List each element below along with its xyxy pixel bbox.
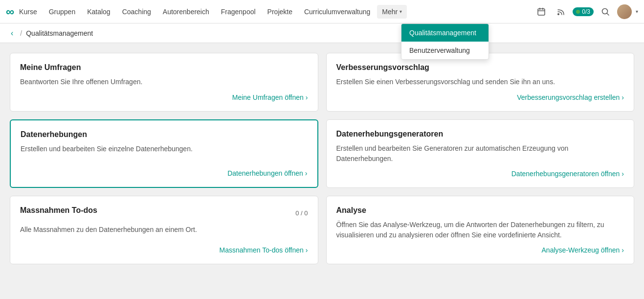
card-datenerhebungsgeneratoren: Datenerhebungsgeneratoren Erstellen und … bbox=[326, 119, 635, 188]
avatar-chevron-icon[interactable]: ▾ bbox=[636, 9, 638, 14]
chevron-right-icon: › bbox=[306, 246, 308, 254]
search-icon[interactable] bbox=[598, 4, 613, 20]
breadcrumb-current-page: Qualitätsmanagement bbox=[26, 29, 93, 37]
svg-point-4 bbox=[557, 13, 559, 15]
chevron-down-icon: ▾ bbox=[400, 9, 402, 14]
status-badge[interactable]: 0/3 bbox=[573, 7, 594, 16]
avatar[interactable] bbox=[617, 4, 632, 19]
chevron-right-icon: › bbox=[622, 246, 624, 254]
card-meine-umfragen: Meine Umfragen Beantworten Sie Ihre offe… bbox=[10, 53, 318, 112]
card-verbesserungsvorschlag: Verbesserungsvorschlag Erstellen Sie ein… bbox=[326, 53, 635, 112]
nav-item-projekte[interactable]: Projekte bbox=[263, 5, 297, 19]
nav-item-coaching[interactable]: Coaching bbox=[117, 5, 156, 19]
nav-item-katalog[interactable]: Katalog bbox=[82, 5, 115, 19]
avatar-image bbox=[617, 4, 632, 19]
status-badge-label: 0/3 bbox=[582, 8, 590, 15]
card-datenerhebungen-description: Erstellen und bearbeiten Sie einzelne Da… bbox=[21, 144, 308, 163]
chevron-right-icon: › bbox=[305, 169, 308, 177]
nav-menu: Kurse Gruppen Katalog Coaching Autorenbe… bbox=[14, 5, 533, 19]
card-massnahmen-todos-title: Massnahmen To-dos bbox=[20, 206, 97, 215]
nav-item-autorenbereich[interactable]: Autorenbereich bbox=[158, 5, 214, 19]
card-massnahmen-todos-link[interactable]: Massnahmen To-dos öffnen › bbox=[20, 246, 308, 254]
breadcrumb-separator: / bbox=[20, 29, 22, 37]
chevron-right-icon: › bbox=[622, 170, 624, 178]
chevron-right-icon: › bbox=[306, 93, 308, 101]
dropdown-item-benutzerverwaltung[interactable]: Benutzerverwaltung bbox=[401, 42, 489, 59]
card-meine-umfragen-description: Beantworten Sie Ihre offenen Umfragen. bbox=[20, 77, 308, 88]
svg-rect-0 bbox=[538, 9, 545, 15]
nav-item-fragenpool[interactable]: Fragenpool bbox=[216, 5, 261, 19]
card-analyse-title: Analyse bbox=[336, 206, 624, 215]
nav-item-gruppen[interactable]: Gruppen bbox=[44, 5, 80, 19]
status-dot bbox=[576, 10, 580, 14]
card-verbesserungsvorschlag-link[interactable]: Verbesserungsvorschlag erstellen › bbox=[336, 93, 624, 101]
breadcrumb: ‹ / Qualitätsmanagement bbox=[0, 23, 644, 43]
svg-line-6 bbox=[607, 13, 609, 15]
card-verbesserungsvorschlag-title: Verbesserungsvorschlag bbox=[336, 63, 624, 72]
card-verbesserungsvorschlag-description: Erstellen Sie einen Verbesserungsvorschl… bbox=[336, 77, 624, 88]
main-content: Meine Umfragen Beantworten Sie Ihre offe… bbox=[0, 43, 644, 274]
app-logo[interactable]: ∞ bbox=[6, 6, 14, 18]
nav-item-mehr[interactable]: Mehr ▾ bbox=[377, 5, 407, 19]
card-meine-umfragen-link[interactable]: Meine Umfragen öffnen › bbox=[20, 93, 308, 101]
card-massnahmen-todos: Massnahmen To-dos 0 / 0 Alle Massnahmen … bbox=[10, 196, 318, 264]
card-datenerhebungen: Datenerhebungen Erstellen und bearbeiten… bbox=[10, 119, 318, 188]
navbar: ∞ Kurse Gruppen Katalog Coaching Autoren… bbox=[0, 0, 644, 23]
card-analyse: Analyse Öffnen Sie das Analyse-Werkzeug,… bbox=[326, 196, 635, 264]
chevron-right-icon: › bbox=[622, 93, 624, 101]
card-massnahmen-todos-description: Alle Massnahmen zu den Datenerhebungen a… bbox=[20, 225, 308, 240]
nav-item-kurse[interactable]: Kurse bbox=[14, 5, 42, 19]
calendar-icon[interactable] bbox=[533, 4, 549, 20]
mehr-dropdown-menu: Qualitätsmanagement Benutzerverwaltung bbox=[401, 23, 489, 60]
card-datenerhebungen-title: Datenerhebungen bbox=[21, 130, 308, 139]
nav-item-curriculum[interactable]: Curriculumverwaltung bbox=[299, 5, 375, 19]
card-datenerhebungsgeneratoren-title: Datenerhebungsgeneratoren bbox=[336, 130, 624, 138]
card-datenerhebungsgeneratoren-link[interactable]: Datenerhebungsgeneratoren öffnen › bbox=[336, 170, 624, 178]
breadcrumb-back-button[interactable]: ‹ bbox=[8, 28, 16, 39]
rss-icon[interactable] bbox=[553, 4, 569, 20]
card-meine-umfragen-title: Meine Umfragen bbox=[20, 63, 308, 72]
card-massnahmen-todos-header: Massnahmen To-dos 0 / 0 bbox=[20, 206, 308, 220]
card-analyse-description: Öffnen Sie das Analyse-Werkzeug, um die … bbox=[336, 220, 624, 240]
card-analyse-link[interactable]: Analyse-Werkzeug öffnen › bbox=[336, 246, 624, 254]
navbar-right: 0/3 ▾ bbox=[533, 4, 638, 20]
card-datenerhebungen-link[interactable]: Datenerhebungen öffnen › bbox=[21, 169, 308, 177]
card-datenerhebungsgeneratoren-description: Erstellen und bearbeiten Sie Generatoren… bbox=[336, 143, 624, 164]
dropdown-item-qualitaetsmanagement[interactable]: Qualitätsmanagement bbox=[401, 24, 489, 42]
card-massnahmen-todos-badge: 0 / 0 bbox=[295, 209, 308, 217]
